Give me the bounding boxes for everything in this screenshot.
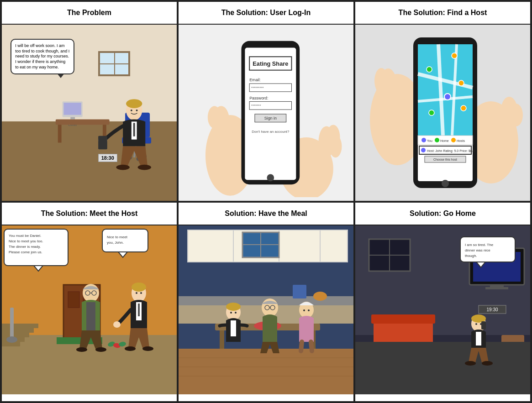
- svg-point-22: [138, 165, 151, 170]
- svg-point-68: [451, 138, 456, 142]
- svg-text:though.: though.: [465, 254, 477, 258]
- svg-point-66: [435, 138, 439, 142]
- svg-point-29: [329, 135, 342, 157]
- cell-problem-content: 18:30 I will be off work soon. I am too …: [2, 25, 177, 201]
- svg-point-15: [131, 110, 132, 111]
- svg-text:Host: John Rating: 5.0 Price: : Host: John Rating: 5.0 Price: $6.0: [427, 149, 475, 153]
- svg-point-107: [76, 347, 87, 352]
- svg-text:The dinner is ready.: The dinner is ready.: [9, 245, 41, 249]
- storyboard-grid: The Problem 18:30 I will be off work soo…: [0, 0, 532, 403]
- svg-text:Nice to meet: Nice to meet: [107, 235, 128, 239]
- map-background: You Home Hosts Host: John Rating: 5.0 Pr…: [355, 25, 530, 201]
- svg-rect-79: [2, 328, 34, 333]
- cell-login-content: Eating Share Email: ********* Password: …: [179, 25, 353, 201]
- svg-rect-52: [418, 44, 473, 136]
- login-background: Eating Share Email: ********* Password: …: [179, 25, 353, 201]
- svg-text:Hosts: Hosts: [457, 139, 465, 142]
- svg-point-129: [313, 292, 327, 301]
- office-scene: 18:30 I will be off work soon. I am too …: [2, 25, 177, 201]
- svg-point-75: [442, 180, 449, 187]
- svg-text:dinner was nice: dinner was nice: [465, 248, 490, 252]
- svg-rect-4: [56, 119, 110, 125]
- svg-rect-20: [98, 136, 107, 149]
- svg-rect-87: [68, 292, 79, 308]
- svg-text:Eating Share: Eating Share: [253, 60, 288, 67]
- svg-rect-139: [179, 349, 353, 394]
- svg-text:Email:: Email:: [249, 78, 261, 82]
- svg-rect-114: [138, 304, 140, 316]
- svg-point-25: [208, 106, 221, 128]
- svg-rect-80: [2, 333, 29, 337]
- svg-rect-175: [371, 314, 435, 324]
- svg-rect-182: [481, 321, 486, 330]
- svg-rect-2: [70, 117, 75, 120]
- svg-point-185: [482, 361, 493, 366]
- svg-rect-5: [58, 125, 62, 142]
- svg-rect-78: [2, 324, 38, 328]
- svg-rect-131: [220, 330, 224, 349]
- svg-point-59: [429, 110, 434, 115]
- svg-point-46: [374, 68, 388, 94]
- svg-point-108: [95, 347, 106, 352]
- svg-point-110: [132, 283, 146, 292]
- cell-meet-host-content: You must be Daniel. Nice to meet you too…: [2, 225, 177, 402]
- cell-meet-host: The Solution: Meet the Host: [1, 202, 178, 403]
- cell-find-host-content: You Home Hosts Host: John Rating: 5.0 Pr…: [355, 25, 530, 201]
- find-host-scene-svg: You Home Hosts Host: John Rating: 5.0 Pr…: [355, 28, 530, 197]
- svg-rect-128: [293, 285, 306, 298]
- svg-point-115: [113, 321, 121, 328]
- svg-rect-177: [355, 342, 530, 394]
- speech-text: I will be off work soon. I am too tired …: [15, 43, 69, 69]
- cell-problem-title: The Problem: [2, 2, 177, 25]
- cell-meet-host-title: The Solution: Meet the Host: [2, 203, 177, 225]
- svg-rect-147: [231, 320, 236, 336]
- cell-find-host-title: The Solution: Find a Host: [355, 2, 530, 25]
- svg-point-146: [235, 312, 237, 314]
- meal-scene-svg: [179, 225, 353, 394]
- svg-rect-18: [133, 123, 135, 136]
- cell-go-home-title: Solution: Go Home: [355, 203, 530, 225]
- svg-rect-174: [374, 321, 433, 344]
- svg-text:Nice to meet you too.: Nice to meet you too.: [9, 239, 43, 243]
- cell-go-home: Solution: Go Home 19:30: [354, 202, 531, 403]
- svg-point-84: [6, 336, 17, 343]
- svg-rect-183: [476, 332, 481, 345]
- cell-login-title: The Solution: User Log-In: [179, 2, 353, 25]
- svg-point-57: [444, 94, 451, 100]
- svg-point-153: [303, 309, 305, 311]
- svg-point-184: [465, 361, 476, 366]
- svg-point-61: [461, 105, 466, 111]
- svg-point-64: [421, 138, 426, 142]
- svg-text:Sign in: Sign in: [264, 115, 277, 120]
- go-home-scene-svg: 19:30 I am so tired. The dinner was nice…: [355, 225, 530, 394]
- meet-host-scene-svg: You must be Daniel. Nice to meet you too…: [2, 225, 177, 394]
- cell-go-home-content: 19:30 I am so tired. The dinner was nice…: [355, 225, 530, 402]
- svg-point-62: [452, 53, 457, 58]
- svg-point-144: [226, 303, 241, 311]
- cell-have-meal-content: [179, 225, 353, 402]
- svg-point-145: [230, 312, 232, 314]
- speech-bubble-problem: I will be off work soon. I am too tired …: [11, 39, 74, 74]
- svg-text:Home: Home: [440, 139, 449, 142]
- svg-text:You: You: [427, 139, 432, 142]
- svg-point-71: [421, 148, 426, 152]
- svg-text:Choose   this   host: Choose this host: [433, 158, 457, 161]
- svg-point-58: [427, 67, 432, 72]
- svg-text:*******: *******: [251, 104, 261, 108]
- svg-point-43: [267, 174, 274, 181]
- svg-text:You must be Daniel.: You must be Daniel.: [9, 234, 41, 238]
- svg-text:Don't have an account?: Don't have an account?: [252, 130, 290, 134]
- svg-text:Please come join us.: Please come join us.: [9, 250, 42, 254]
- svg-rect-163: [485, 287, 508, 289]
- svg-rect-1: [64, 103, 81, 115]
- svg-point-116: [125, 346, 136, 351]
- svg-point-112: [140, 292, 142, 294]
- svg-point-16: [136, 110, 138, 111]
- svg-point-60: [458, 80, 464, 86]
- cell-have-meal: Solution: Have the Meal: [178, 202, 354, 403]
- svg-point-21: [116, 165, 129, 170]
- svg-point-49: [509, 104, 523, 126]
- svg-text:I am so tired. The: I am so tired. The: [465, 243, 494, 247]
- cell-login: The Solution: User Log-In: [178, 1, 354, 202]
- cell-problem: The Problem 18:30 I will be off work soo…: [1, 1, 178, 202]
